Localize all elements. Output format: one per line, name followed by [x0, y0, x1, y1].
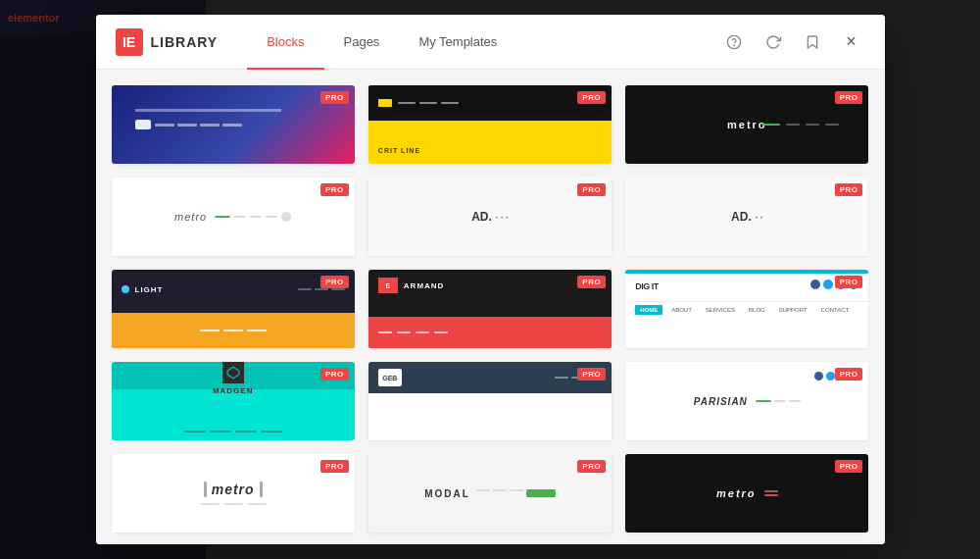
- tab-blocks[interactable]: Blocks: [247, 16, 323, 70]
- pro-badge: PRO: [577, 368, 606, 381]
- pro-badge: PRO: [835, 368, 863, 381]
- pro-badge: PRO: [320, 460, 349, 473]
- library-logo-ie: IE: [122, 34, 135, 50]
- library-modal: IE LIBRARY Blocks Pages My Templates: [96, 15, 885, 544]
- templates-grid: PRO CRIT LINE P: [112, 85, 869, 544]
- pro-badge: PRO: [320, 368, 349, 381]
- template-card[interactable]: GEB PRO: [368, 362, 612, 440]
- library-logo: IE LIBRARY: [116, 28, 219, 56]
- pro-badge: PRO: [835, 183, 863, 196]
- template-card[interactable]: PARISIAN: [625, 362, 868, 440]
- template-card[interactable]: MADGEN PRO: [112, 362, 355, 440]
- template-card[interactable]: metro PRO: [112, 454, 355, 533]
- library-logo-icon: IE: [116, 28, 143, 56]
- pro-badge: PRO: [835, 91, 863, 104]
- template-card[interactable]: PRO: [112, 85, 355, 164]
- modal-header-actions: ×: [720, 28, 865, 56]
- library-title: LIBRARY: [151, 34, 219, 50]
- template-card[interactable]: MODAL PRO: [368, 454, 612, 533]
- template-card[interactable]: metro PRO: [625, 454, 868, 533]
- modal-tabs: Blocks Pages My Templates: [247, 15, 719, 69]
- template-card[interactable]: E ARMAND PRO: [368, 270, 612, 348]
- pro-badge: PRO: [577, 276, 606, 288]
- bookmark-icon: [805, 34, 820, 50]
- tab-pages[interactable]: Pages: [324, 16, 400, 70]
- pro-badge: PRO: [835, 460, 863, 473]
- refresh-button[interactable]: [760, 28, 787, 56]
- close-modal-button[interactable]: ×: [838, 28, 865, 56]
- modal-overlay: IE LIBRARY Blocks Pages My Templates: [0, 0, 980, 559]
- help-icon: [726, 34, 742, 50]
- pro-badge: PRO: [320, 183, 349, 196]
- template-card[interactable]: LIGHT: [112, 270, 355, 348]
- pro-badge: PRO: [577, 460, 606, 473]
- save-template-button[interactable]: [799, 28, 826, 56]
- pro-badge: PRO: [577, 91, 606, 104]
- modal-body[interactable]: PRO CRIT LINE P: [96, 70, 885, 544]
- pro-badge: PRO: [320, 276, 349, 288]
- close-icon: ×: [846, 31, 857, 52]
- template-card[interactable]: DIG IT HOME ABOUT SERVICES: [625, 270, 868, 348]
- template-card[interactable]: metro PRO: [112, 178, 355, 256]
- pro-badge: PRO: [577, 183, 606, 196]
- modal-header: IE LIBRARY Blocks Pages My Templates: [96, 15, 885, 70]
- template-card[interactable]: AD. ▪ ▪ PRO: [625, 178, 868, 256]
- svg-point-1: [733, 45, 734, 46]
- refresh-icon: [765, 34, 781, 50]
- help-button[interactable]: [720, 28, 748, 56]
- template-card[interactable]: metro PRO: [625, 85, 868, 164]
- pro-badge: PRO: [835, 276, 863, 288]
- tab-my-templates[interactable]: My Templates: [399, 16, 516, 70]
- template-card[interactable]: AD. ▪ ▪ ▪ PRO: [368, 178, 612, 256]
- template-card[interactable]: CRIT LINE PRO: [368, 85, 612, 164]
- pro-badge: PRO: [320, 91, 349, 104]
